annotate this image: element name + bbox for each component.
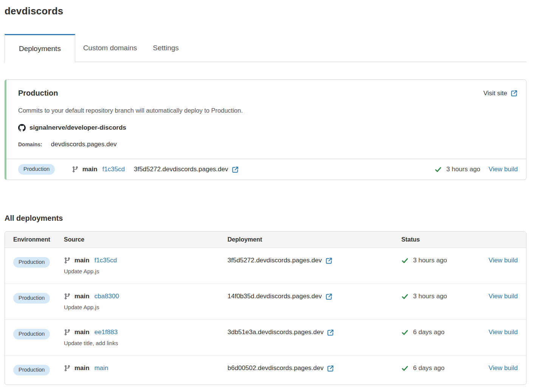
environment-badge: Production (13, 293, 50, 304)
commit-message: Update App.js (64, 268, 228, 274)
tab-custom-domains[interactable]: Custom domains (75, 34, 145, 62)
git-branch-icon (72, 166, 79, 173)
external-link-icon (511, 90, 518, 97)
commit-hash-link[interactable]: f1c35cd (102, 166, 125, 173)
repo-name: signalnerve/developer-discords (29, 124, 126, 132)
external-link-icon[interactable] (327, 329, 334, 336)
table-row: Production main cba8300 Update App.js 14… (5, 284, 526, 319)
environment-badge: Production (13, 329, 50, 339)
branch-name: main (74, 257, 90, 264)
production-deployment-row: Production main f1c35cd 3f5d5272.devdisc… (6, 159, 526, 180)
commit-hash-link[interactable]: main (94, 364, 108, 372)
status-time: 3 hours ago (413, 257, 447, 264)
git-branch-icon (64, 365, 71, 372)
success-check-icon (401, 365, 409, 372)
tab-bar: Deployments Custom domains Settings (5, 34, 526, 62)
status-time: 6 days ago (413, 364, 444, 372)
all-deployments-heading: All deployments (5, 214, 526, 223)
branch-name: main (82, 166, 98, 173)
deployment-url: b6d00502.devdiscords.pages.dev (228, 364, 323, 372)
commit-message: Update title, add links (64, 340, 228, 346)
column-header-status: Status (401, 236, 484, 243)
environment-badge: Production (13, 257, 50, 268)
external-link-icon[interactable] (325, 293, 333, 300)
visit-site-link[interactable]: Visit site (483, 90, 518, 97)
external-link-icon[interactable] (325, 257, 333, 264)
status-time: 3 hours ago (413, 293, 447, 300)
commit-hash-link[interactable]: f1c35cd (94, 257, 117, 264)
status-time: 6 days ago (413, 328, 444, 336)
git-branch-icon (64, 257, 71, 264)
column-header-action (484, 236, 518, 243)
column-header-environment: Environment (13, 236, 64, 243)
tab-settings-label: Settings (153, 44, 179, 52)
table-row: Production main main b6d00502.devdiscord… (5, 355, 526, 384)
table-header-row: Environment Source Deployment Status (5, 232, 526, 248)
column-header-deployment: Deployment (228, 236, 401, 243)
production-card: Production Visit site Commits to your de… (5, 79, 526, 180)
tab-deployments[interactable]: Deployments (5, 34, 75, 62)
table-row: Production main f1c35cd Update App.js 3f… (5, 248, 526, 284)
environment-badge: Production (13, 365, 50, 375)
git-branch-icon (64, 329, 71, 336)
page-title: devdiscords (5, 5, 526, 17)
view-build-link[interactable]: View build (489, 293, 518, 300)
external-link-icon[interactable] (232, 166, 239, 173)
column-header-source: Source (64, 236, 228, 243)
success-check-icon (401, 329, 409, 336)
pages-project-page: devdiscords Deployments Custom domains S… (0, 0, 534, 385)
success-check-icon (401, 293, 409, 300)
view-build-link[interactable]: View build (489, 328, 518, 336)
view-build-link[interactable]: View build (489, 257, 518, 264)
deployment-url: 3f5d5272.devdiscords.pages.dev (134, 166, 228, 173)
success-check-icon (435, 166, 442, 173)
commit-message: Update App.js (64, 304, 228, 310)
branch-name: main (74, 328, 90, 336)
deployments-table: Environment Source Deployment Status Pro… (5, 231, 526, 385)
commit-hash-link[interactable]: cba8300 (94, 293, 119, 300)
deployment-url: 3db51e3a.devdiscords.pages.dev (228, 328, 323, 336)
environment-badge: Production (18, 164, 55, 175)
view-build-link[interactable]: View build (489, 364, 518, 372)
branch-name: main (74, 293, 90, 300)
commit-hash-link[interactable]: ee1f883 (94, 328, 118, 336)
tab-deployments-label: Deployments (19, 45, 61, 53)
domains-label: Domains: (18, 141, 42, 147)
production-description: Commits to your default repository branc… (18, 107, 518, 114)
domains-value: devdiscords.pages.dev (51, 141, 117, 148)
git-branch-icon (64, 293, 71, 300)
tab-settings[interactable]: Settings (145, 34, 187, 62)
production-heading: Production (18, 89, 58, 98)
tab-custom-domains-label: Custom domains (83, 44, 137, 52)
view-build-link[interactable]: View build (489, 166, 518, 173)
status-time: 3 hours ago (446, 166, 480, 173)
visit-site-label: Visit site (483, 90, 507, 97)
table-row: Production main ee1f883 Update title, ad… (5, 319, 526, 355)
success-check-icon (401, 257, 409, 264)
github-icon (18, 124, 26, 132)
branch-name: main (74, 364, 90, 372)
external-link-icon[interactable] (327, 365, 334, 372)
deployment-url: 14f0b35d.devdiscords.pages.dev (228, 293, 322, 300)
deployment-url: 3f5d5272.devdiscords.pages.dev (228, 257, 322, 264)
